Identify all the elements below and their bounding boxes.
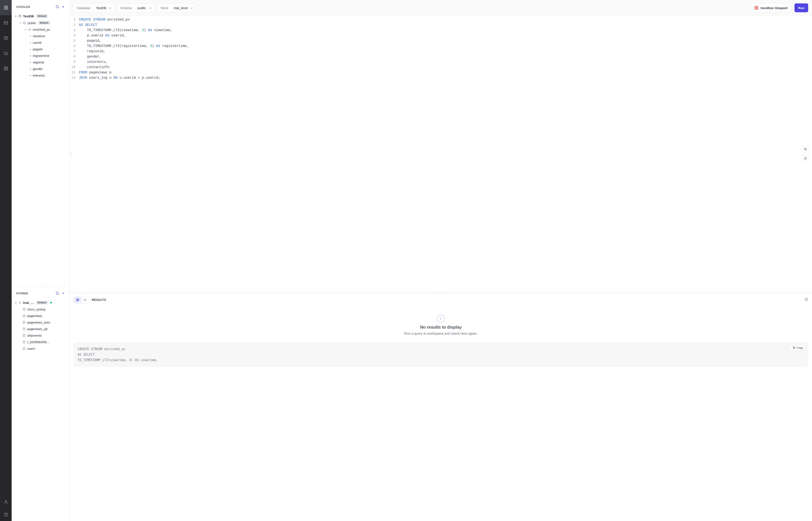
schema-icon: [23, 21, 26, 24]
history-icon[interactable]: [805, 297, 808, 302]
svg-point-8: [5, 500, 6, 502]
topic-name: users: [27, 347, 35, 350]
topic-name: pageviews: [27, 314, 42, 318]
caret-right-icon: ▸: [29, 35, 31, 37]
catalog-column-row[interactable]: ▸pageid: [14, 46, 67, 52]
svg-rect-6: [4, 69, 5, 70]
column-name: userid: [33, 41, 41, 44]
editor-left-grip[interactable]: ⋮: [70, 151, 72, 156]
selector-label: Database: [74, 6, 93, 10]
caret-right-icon: ▸: [29, 68, 31, 70]
svg-point-14: [23, 23, 24, 24]
caret-down-icon: ▾: [24, 28, 26, 31]
svg-rect-25: [76, 298, 79, 301]
svg-rect-0: [4, 6, 5, 9]
catalog-db-name: TestDB: [23, 14, 34, 18]
store-topic-row[interactable]: pageviews_pb: [14, 325, 67, 332]
catalog-column-row[interactable]: ▸gender: [14, 66, 67, 72]
copy-editor-button[interactable]: [802, 145, 809, 153]
catalog-header: CATALOG: [12, 0, 70, 12]
default-badge: Default: [36, 14, 48, 18]
rail-user-icon[interactable]: [0, 496, 12, 508]
stores-tree: ▾ trial_… Default cisco_syslogpageviewsp…: [12, 298, 70, 354]
rail-code-icon[interactable]: [0, 46, 12, 61]
topic-icon: [22, 340, 26, 344]
sql-editor[interactable]: ⋮ 123456789101112 CREATE STREAM enriched…: [70, 16, 812, 292]
topic-icon: [22, 308, 26, 311]
topic-icon: [22, 327, 26, 331]
svg-point-16: [23, 308, 25, 309]
catalog-add-icon[interactable]: [60, 4, 66, 10]
store-topic-row[interactable]: pageviews: [14, 313, 67, 319]
svg-point-19: [23, 328, 25, 329]
rail-apps-icon[interactable]: [0, 61, 12, 76]
caret-right-icon: ▸: [29, 74, 31, 76]
topic-icon: [22, 314, 26, 318]
svg-point-28: [84, 300, 84, 301]
svg-point-11: [19, 15, 21, 16]
topic-icon: [22, 321, 26, 324]
topic-name: cisco_syslog: [27, 308, 45, 311]
status-online-icon: [50, 302, 52, 303]
catalog-schema-row[interactable]: ▾ public Default: [14, 20, 67, 26]
toolbar: Database TestDB Schema public Store tria…: [70, 0, 812, 16]
catalog-column-row[interactable]: ▸userid: [14, 39, 67, 46]
stores-store-name: trial_…: [23, 301, 34, 304]
rail-streams-icon[interactable]: [0, 15, 12, 30]
editor-code[interactable]: CREATE STREAM enriched_pvAS SELECT TO_TI…: [78, 16, 189, 292]
column-name: regionid: [33, 61, 44, 64]
store-topic-row[interactable]: cisco_syslog: [14, 306, 67, 313]
stores-store-row[interactable]: ▾ trial_… Default: [14, 299, 67, 306]
catalog-column-row[interactable]: ▸regionid: [14, 59, 67, 66]
catalog-schema-name: public: [28, 21, 36, 25]
sandbox-status-label: Sandbox Stopped: [761, 6, 788, 10]
rail-home-icon[interactable]: [0, 0, 12, 15]
catalog-column-row[interactable]: ▸viewtime: [14, 33, 67, 39]
schema-selector[interactable]: Schema public: [117, 3, 154, 12]
catalog-tree: ▾ TestDB Default ▾ public Default ▾: [12, 12, 70, 81]
catalog-db-row[interactable]: ▾ TestDB Default: [14, 13, 67, 20]
svg-rect-5: [6, 67, 7, 68]
default-badge: Default: [36, 301, 48, 304]
rail-package-icon[interactable]: [0, 30, 12, 46]
catalog-refresh-icon[interactable]: [54, 4, 60, 10]
store-topic-row[interactable]: users: [14, 345, 67, 352]
topic-name: t_b200fde55b...: [27, 340, 49, 344]
store-topic-row[interactable]: pageviews_avro: [14, 319, 67, 325]
rail-help-icon[interactable]: [0, 508, 12, 521]
store-selector[interactable]: Store trial_store: [158, 3, 196, 12]
default-badge: Default: [38, 21, 50, 25]
copy-snippet-button[interactable]: Copy: [790, 345, 806, 350]
editor-results-grip[interactable]: ⋯⋯: [70, 292, 812, 294]
delete-editor-button[interactable]: [802, 155, 809, 162]
svg-point-22: [23, 347, 25, 348]
svg-point-13: [25, 22, 26, 22]
results-list-view[interactable]: [82, 296, 89, 303]
database-icon: [18, 14, 22, 18]
svg-rect-2: [6, 8, 7, 9]
store-topic-row[interactable]: shipments: [14, 332, 67, 339]
catalog-column-row[interactable]: ▸registertime: [14, 52, 67, 59]
info-icon: !: [437, 315, 445, 323]
svg-point-15: [25, 23, 26, 24]
snippet-line: CREATE STREAM enriched_pv: [77, 346, 804, 352]
catalog-stream-row[interactable]: ▾ enriched_pv: [14, 26, 67, 33]
svg-point-12: [23, 22, 24, 22]
caret-down-icon: ▾: [19, 22, 21, 24]
main-area: Database TestDB Schema public Store tria…: [70, 0, 812, 521]
database-selector[interactable]: Database TestDB: [74, 3, 114, 12]
selector-value: trial_store: [171, 4, 195, 12]
catalog-column-row[interactable]: ▸interests: [14, 72, 67, 78]
stores-refresh-icon[interactable]: [54, 290, 60, 296]
column-name: gender: [33, 67, 43, 71]
caret-right-icon: ▸: [29, 54, 31, 57]
run-button[interactable]: Run: [794, 3, 808, 12]
sandbox-status[interactable]: Sandbox Stopped: [751, 3, 791, 12]
stores-add-icon[interactable]: [60, 290, 66, 296]
topic-name: shipments: [27, 334, 42, 337]
store-topic-row[interactable]: t_b200fde55b...: [14, 339, 67, 345]
results-body: ! No results to display Run a query in w…: [70, 306, 812, 521]
results-bar: RESULTS: [70, 294, 812, 306]
results-table-view[interactable]: [74, 296, 82, 303]
selector-value: TestDB: [93, 4, 113, 12]
